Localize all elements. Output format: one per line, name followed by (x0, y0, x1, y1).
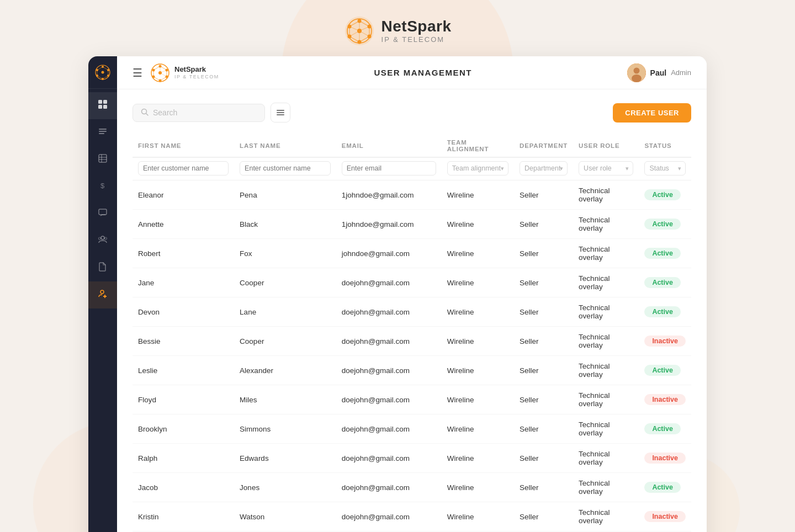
billing-icon: $ (98, 180, 108, 193)
table-row[interactable]: JacobJonesdoejohn@gmail.comWirelineSelle… (132, 473, 691, 502)
filter-first-name[interactable] (138, 161, 229, 175)
sidebar-item-team[interactable] (88, 227, 117, 254)
svg-point-51 (100, 290, 104, 294)
table-row[interactable]: BessieCooperdoejohn@gmail.comWirelineSel… (132, 327, 691, 356)
cell-email: doejohn@gmail.com (336, 414, 442, 444)
svg-text:$: $ (100, 182, 105, 190)
svg-line-32 (97, 76, 103, 79)
svg-rect-75 (277, 112, 284, 113)
filter-email[interactable] (342, 161, 436, 175)
cell-user-role: Technical overlay (573, 180, 639, 210)
cell-user-role: Technical overlay (573, 385, 639, 414)
cell-team-alignment: Wireline (442, 385, 514, 414)
cell-last-name: Cooper (234, 327, 336, 356)
netspark-logo-icon (344, 15, 375, 46)
search-input[interactable] (153, 108, 257, 117)
sidebar-item-billing[interactable]: $ (88, 173, 117, 200)
cell-first-name: Annette (132, 210, 234, 239)
status-badge: Inactive (644, 336, 686, 347)
sidebar-logo-icon (94, 64, 111, 81)
cell-last-name: Miles (234, 385, 336, 414)
cell-first-name: Brooklyn (132, 414, 234, 444)
table-header: FIRST NAME LAST NAME EMAIL TEAM ALIGNMEN… (132, 134, 691, 157)
table-row[interactable]: EleanorPena1johndoe@gmail.comWirelineSel… (132, 180, 691, 210)
cell-last-name: Edwards (234, 444, 336, 473)
dashboard-icon (98, 99, 108, 112)
cell-department: Seller (514, 297, 573, 327)
cell-department: Seller (514, 268, 573, 297)
table-row[interactable]: DevonLanedoejohn@gmail.comWirelineSeller… (132, 297, 691, 327)
table-row[interactable]: AnnetteBlack1johndoe@gmail.comWirelineSe… (132, 210, 691, 239)
svg-rect-39 (99, 129, 107, 130)
svg-point-48 (101, 236, 104, 240)
cell-team-alignment: Wireline (442, 239, 514, 268)
cell-status: Active (639, 180, 691, 210)
page-title: USER MANAGEMENT (219, 68, 627, 77)
header-logo: NetSpark IP & TELECOM (150, 63, 219, 83)
cell-email: doejohn@gmail.com (336, 356, 442, 385)
cell-email: 1johndoe@gmail.com (336, 210, 442, 239)
col-team-alignment: TEAM ALIGNMENT (442, 134, 514, 157)
table-row[interactable]: JaneCooperdoejohn@gmail.comWirelineSelle… (132, 268, 691, 297)
cell-user-role: Technical overlay (573, 327, 639, 356)
table-row[interactable]: FloydMilesdoejohn@gmail.comWirelineSelle… (132, 385, 691, 414)
header-app-name: NetSpark (174, 66, 219, 74)
cell-department: Seller (514, 239, 573, 268)
cell-email: doejohn@gmail.com (336, 327, 442, 356)
users-table: FIRST NAME LAST NAME EMAIL TEAM ALIGNMEN… (132, 134, 691, 532)
sidebar-item-add-user[interactable] (88, 281, 117, 308)
col-email: EMAIL (336, 134, 442, 157)
sidebar-item-files[interactable] (88, 254, 117, 281)
svg-line-65 (153, 66, 160, 70)
sidebar-item-dashboard[interactable] (88, 92, 117, 119)
cell-last-name: Jones (234, 473, 336, 502)
cell-status: Active (639, 210, 691, 239)
cell-last-name: Cooper (234, 268, 336, 297)
cell-department: Seller (514, 356, 573, 385)
col-first-name: FIRST NAME (132, 134, 234, 157)
filter-user-role[interactable]: User role (579, 161, 633, 175)
cell-team-alignment: Wireline (442, 268, 514, 297)
sidebar-item-messages[interactable] (88, 200, 117, 227)
cell-last-name: Pena (234, 180, 336, 210)
cell-last-name: Black (234, 210, 336, 239)
svg-line-73 (146, 113, 149, 115)
table-row[interactable]: RobertFoxjohndoe@gmail.comWirelineSeller… (132, 239, 691, 268)
search-icon (141, 108, 149, 118)
cell-first-name: Leslie (132, 356, 234, 385)
table-row[interactable]: KristinWatsondoejohn@gmail.comWirelineSe… (132, 502, 691, 531)
filter-department[interactable]: Department (520, 161, 568, 175)
table-row[interactable]: RalphEdwardsdoejohn@gmail.comWirelineSel… (132, 444, 691, 473)
col-status: STATUS (639, 134, 691, 157)
svg-rect-76 (277, 114, 284, 115)
header-logo-icon (150, 63, 170, 83)
sidebar-item-reports[interactable] (88, 119, 117, 146)
svg-rect-42 (99, 155, 107, 162)
status-badge: Inactive (644, 511, 686, 522)
filter-status[interactable]: Status (644, 161, 686, 175)
filter-last-name[interactable] (240, 161, 331, 175)
table-header-row: FIRST NAME LAST NAME EMAIL TEAM ALIGNMEN… (132, 134, 691, 157)
hamburger-menu-button[interactable]: ☰ (132, 66, 142, 79)
list-view-button[interactable] (271, 103, 290, 123)
status-badge: Active (644, 482, 681, 493)
svg-rect-74 (277, 110, 284, 111)
files-icon (98, 262, 108, 274)
table-row[interactable]: BrooklynSimmonsdoejohn@gmail.comWireline… (132, 414, 691, 444)
cell-user-role: Technical overlay (573, 356, 639, 385)
filter-team-alignment[interactable]: Team alignment (447, 161, 508, 175)
cell-first-name: Jane (132, 268, 234, 297)
svg-rect-35 (98, 100, 102, 104)
create-user-button[interactable]: CREATE USER (613, 103, 691, 123)
cell-first-name: Jacob (132, 473, 234, 502)
svg-point-49 (99, 237, 101, 240)
status-badge: Active (644, 189, 681, 200)
app-header: ☰ (117, 56, 707, 89)
cell-user-role: Technical overlay (573, 473, 639, 502)
table-icon (98, 153, 108, 166)
col-last-name: LAST NAME (234, 134, 336, 157)
table-row[interactable]: LeslieAlexanderdoejohn@gmail.comWireline… (132, 356, 691, 385)
toolbar: CREATE USER (132, 103, 691, 123)
sidebar: $ (88, 56, 117, 532)
sidebar-item-table[interactable] (88, 146, 117, 173)
